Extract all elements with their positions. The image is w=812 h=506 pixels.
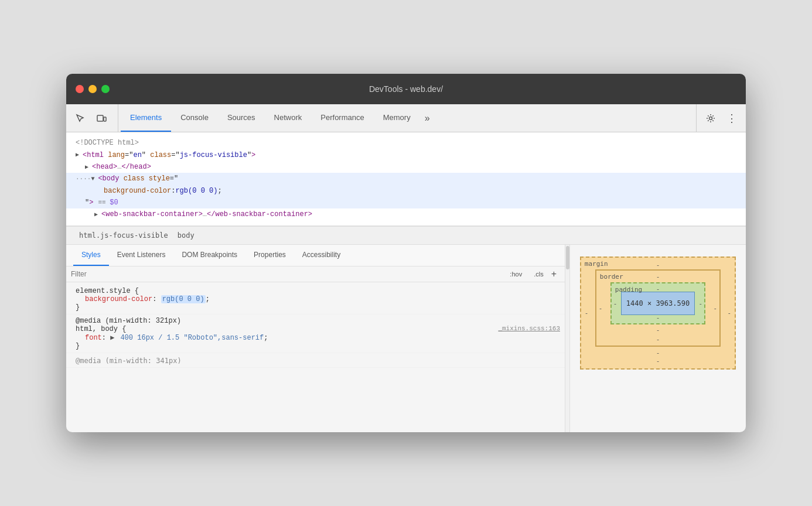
margin-label: margin — [585, 260, 608, 268]
breadcrumb: html.js-focus-visible body — [66, 226, 746, 245]
cls-button[interactable]: .cls — [530, 269, 548, 279]
tab-sources[interactable]: Sources — [218, 104, 265, 132]
margin-bottom[interactable]: - — [656, 357, 660, 365]
sub-tab-styles[interactable]: Styles — [73, 245, 109, 266]
sub-tab-properties[interactable]: Properties — [245, 245, 294, 266]
padding-left[interactable]: - — [613, 299, 617, 307]
tab-network[interactable]: Network — [265, 104, 312, 132]
devtools-window: DevTools - web.dev/ Elements Console Sou… — [66, 74, 746, 432]
box-model-panel: margin - - - - border - - - - padding — [570, 245, 746, 432]
padding-right[interactable]: - — [699, 299, 703, 307]
styles-left: Styles Event Listeners DOM Breakpoints P… — [66, 245, 570, 432]
dom-line-doctype[interactable]: <!DOCTYPE html> — [66, 137, 746, 149]
tab-console[interactable]: Console — [171, 104, 218, 132]
inspect-icon[interactable] — [71, 109, 90, 128]
dom-line-head[interactable]: ▶ <head>…</head> — [66, 161, 746, 173]
sub-tab-event-listeners[interactable]: Event Listeners — [109, 245, 174, 266]
dom-panel: <!DOCTYPE html> ▶ <html lang="en" class=… — [66, 132, 746, 226]
title-bar: DevTools - web.dev/ — [66, 74, 746, 104]
source-link[interactable]: _mixins.scss:163 — [498, 325, 560, 332]
margin-left[interactable]: - — [585, 309, 589, 317]
dom-line-snackbar[interactable]: ▶ <web-snackbar-container>…</web-snackba… — [66, 208, 746, 220]
hov-button[interactable]: :hov — [506, 269, 526, 279]
minimize-button[interactable] — [88, 85, 97, 93]
dom-line-html[interactable]: ▶ <html lang="en" class="js-focus-visibl… — [66, 149, 746, 161]
sub-tab-accessibility[interactable]: Accessibility — [294, 245, 349, 266]
margin-top[interactable]: - — [656, 261, 660, 269]
bm-padding: padding - - - - 1440 × 3963.590 — [610, 282, 705, 324]
tabs: Elements Console Sources Network Perform… — [121, 104, 696, 132]
window-title: DevTools - web.dev/ — [369, 84, 443, 94]
border-left[interactable]: - — [599, 304, 603, 312]
border-right[interactable]: - — [714, 304, 718, 312]
border-top[interactable]: - — [656, 273, 660, 281]
doctype-text: <!DOCTYPE html> — [76, 137, 139, 149]
filter-bar: :hov .cls + — [66, 266, 569, 282]
margin-bottom-label: - — [595, 349, 721, 357]
dom-line-body-style[interactable]: background-color: rgb(0 0 0); — [66, 185, 746, 197]
dom-line-body-close[interactable]: "> == $0 — [66, 197, 746, 208]
toolbar-icons — [71, 104, 118, 132]
bm-margin: margin - - - - border - - - - padding — [580, 257, 736, 370]
css-block-partial: @media (min-width: 341px) — [66, 353, 569, 368]
border-bottom-label: - — [610, 326, 705, 334]
close-button[interactable] — [76, 85, 84, 93]
scroll-thumb[interactable] — [566, 246, 569, 269]
more-icon[interactable]: ⋮ — [722, 109, 741, 128]
css-block-media: @media (min-width: 321px) html, body { _… — [66, 314, 569, 353]
tab-memory[interactable]: Memory — [374, 104, 420, 132]
padding-bottom[interactable]: - — [656, 314, 660, 322]
box-model: margin - - - - border - - - - padding — [580, 257, 736, 370]
toolbar: Elements Console Sources Network Perform… — [66, 104, 746, 132]
add-style-button[interactable]: + — [551, 269, 557, 279]
breadcrumb-body[interactable]: body — [174, 230, 198, 241]
bm-content[interactable]: 1440 × 3963.590 — [621, 292, 695, 315]
styles-panel: Styles Event Listeners DOM Breakpoints P… — [66, 245, 746, 432]
sub-tabs: Styles Event Listeners DOM Breakpoints P… — [66, 245, 569, 266]
settings-icon[interactable] — [701, 109, 720, 128]
margin-right[interactable]: - — [728, 309, 732, 317]
svg-rect-1 — [104, 117, 106, 121]
tab-elements[interactable]: Elements — [121, 104, 171, 132]
breadcrumb-html[interactable]: html.js-focus-visible — [76, 230, 172, 241]
dom-line-body-open[interactable]: ···· ▼ <body class style=" — [66, 173, 746, 184]
svg-point-2 — [709, 117, 712, 119]
maximize-button[interactable] — [101, 85, 110, 93]
content-size: 1440 × 3963.590 — [626, 299, 690, 307]
border-label: border — [600, 273, 623, 281]
tab-performance[interactable]: Performance — [311, 104, 373, 132]
tab-overflow[interactable]: » — [420, 104, 435, 132]
device-icon[interactable] — [92, 109, 111, 128]
scrollbar[interactable] — [565, 245, 569, 432]
padding-label: padding — [615, 286, 642, 293]
css-panel: element.style { background-color: rgb(0 … — [66, 282, 569, 432]
toolbar-right: ⋮ — [696, 104, 741, 132]
sub-tab-dom-breakpoints[interactable]: DOM Breakpoints — [173, 245, 245, 266]
filter-input[interactable] — [71, 270, 502, 278]
svg-rect-0 — [97, 115, 103, 121]
css-block-element-style: element.style { background-color: rgb(0 … — [66, 285, 569, 314]
bm-border: border - - - - padding - - - - — [595, 269, 721, 347]
border-bottom[interactable]: - — [656, 336, 660, 343]
traffic-lights — [76, 85, 110, 93]
padding-top[interactable]: - — [656, 285, 660, 293]
